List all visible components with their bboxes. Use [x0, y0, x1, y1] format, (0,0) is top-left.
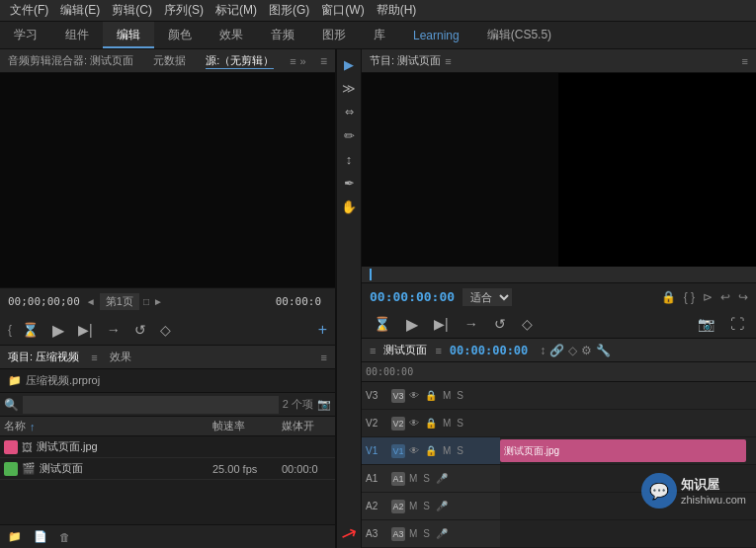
source-loop[interactable]: ↺	[130, 320, 150, 340]
prog-loop[interactable]: ↺	[490, 314, 510, 334]
new-bin-btn[interactable]: 📁	[4, 528, 26, 545]
a1-mic[interactable]: 🎤	[434, 472, 450, 485]
track-select-tool[interactable]: ≫	[338, 77, 360, 99]
v2-m[interactable]: M	[441, 417, 453, 430]
video-clip[interactable]: 测试页面.jpg	[500, 439, 746, 462]
watermark-text: 知识屋 zhishiwu.com	[681, 476, 746, 506]
source-add-btn[interactable]: +	[318, 321, 327, 339]
source-mark-out[interactable]: →	[103, 320, 125, 340]
prog-step-fwd[interactable]: ▶|	[430, 314, 453, 334]
list-item[interactable]: 🎬 测试页面 25.00 fps 00:00:0	[0, 458, 335, 480]
effects-tab-label[interactable]: 效果	[110, 350, 131, 364]
delete-btn[interactable]: 🗑	[55, 529, 74, 545]
a2-s[interactable]: S	[421, 500, 432, 512]
track-v1-content[interactable]: 测试页面.jpg	[500, 437, 756, 465]
menu-help[interactable]: 帮助(H)	[371, 0, 423, 21]
source-prev-icon[interactable]: ◄	[86, 296, 96, 307]
timeline-tools: ↕ 🔗 ◇ ⚙ 🔧	[540, 344, 611, 357]
source-tab-metadata[interactable]: 元数据	[153, 53, 186, 68]
source-panel-menu[interactable]: ≡	[320, 54, 327, 68]
prog-play[interactable]: ▶	[402, 313, 422, 336]
v2-lock[interactable]: 🔒	[423, 417, 439, 430]
menu-clip[interactable]: 剪辑(C)	[106, 0, 158, 21]
track-header-a3: A3 A3 M S 🎤	[362, 520, 500, 548]
prog-fullscreen[interactable]: ⛶	[726, 314, 748, 334]
tab-graphics[interactable]: 图形	[308, 22, 360, 48]
source-play-btn[interactable]: ▶	[48, 319, 68, 342]
menu-sequence[interactable]: 序列(S)	[158, 0, 210, 21]
tl-link[interactable]: 🔗	[549, 344, 564, 357]
track-v2-content	[500, 410, 756, 437]
type-tool[interactable]: ↗	[338, 522, 360, 544]
a1-s[interactable]: S	[421, 472, 432, 485]
tab-audio[interactable]: 音频	[257, 22, 308, 48]
prog-mark-in[interactable]: →	[461, 314, 482, 334]
v3-sync[interactable]: V3	[391, 389, 405, 403]
new-item-btn[interactable]: 📄	[30, 528, 51, 545]
prog-step-back[interactable]: ⌛	[370, 314, 394, 334]
v2-eye[interactable]: 👁	[407, 417, 421, 430]
selection-tool[interactable]: ▶	[338, 53, 360, 75]
slip-tool[interactable]: ↕	[338, 148, 360, 170]
ripple-edit-tool[interactable]: ⇔	[338, 101, 360, 122]
tab-edit-cs55[interactable]: 编辑(CS5.5)	[473, 22, 565, 48]
v3-s[interactable]: S	[455, 389, 465, 402]
watermark-line1: 知识屋	[681, 476, 746, 494]
v2-sync[interactable]: V2	[391, 417, 405, 431]
fit-dropdown[interactable]: 适合	[462, 288, 512, 306]
menu-file[interactable]: 文件(F)	[4, 0, 54, 21]
a3-m[interactable]: M	[407, 527, 419, 540]
source-step-fwd[interactable]: ▶|	[74, 320, 97, 340]
v1-sync[interactable]: V1	[391, 444, 405, 458]
a1-sync[interactable]: A1	[391, 472, 405, 486]
v3-label: V3	[366, 390, 389, 401]
source-mark-in[interactable]: ⌛	[18, 320, 42, 340]
a2-m[interactable]: M	[407, 500, 419, 512]
v2-s[interactable]: S	[455, 417, 465, 430]
razor-tool[interactable]: ✏	[338, 124, 360, 146]
prog-marker[interactable]: ◇	[518, 314, 537, 334]
source-tab-source[interactable]: 源:（无剪辑）	[206, 53, 274, 69]
pen-tool[interactable]: ✒	[338, 172, 360, 194]
tab-color[interactable]: 颜色	[154, 22, 206, 48]
a2-mic[interactable]: 🎤	[434, 500, 450, 512]
search-input[interactable]	[23, 396, 279, 414]
file-name-0: 测试页面.jpg	[37, 439, 212, 454]
tab-library[interactable]: 库	[360, 22, 399, 48]
timeline-timecode: 00:00:00:00	[450, 344, 528, 357]
hand-tool[interactable]: ✋	[338, 196, 360, 217]
tab-learning[interactable]: 学习	[0, 22, 51, 48]
v1-m[interactable]: M	[441, 444, 453, 457]
menu-graphics[interactable]: 图形(G)	[263, 0, 315, 21]
source-tab-audiomixer[interactable]: 音频剪辑混合器: 测试页面	[8, 53, 133, 68]
tl-settings[interactable]: ⚙	[581, 344, 592, 357]
source-next-icon[interactable]: ►	[153, 296, 163, 307]
a1-m[interactable]: M	[407, 472, 419, 485]
menu-edit[interactable]: 编辑(E)	[54, 0, 106, 21]
tab-effects[interactable]: 效果	[206, 22, 257, 48]
menu-marker[interactable]: 标记(M)	[210, 0, 263, 21]
v1-lock[interactable]: 🔒	[423, 444, 439, 457]
v3-lock[interactable]: 🔒	[423, 389, 439, 402]
v1-eye[interactable]: 👁	[407, 444, 421, 457]
v1-s[interactable]: S	[455, 444, 465, 457]
a2-sync[interactable]: A2	[391, 500, 405, 513]
tab-assembly[interactable]: 组件	[51, 22, 103, 48]
prog-camera[interactable]: 📷	[694, 314, 718, 334]
tab-learning-en[interactable]: Learning	[399, 22, 473, 48]
tl-snap[interactable]: ↕	[540, 344, 546, 357]
list-item[interactable]: 🖼 测试页面.jpg	[0, 436, 335, 458]
v3-m[interactable]: M	[441, 389, 453, 402]
a3-s[interactable]: S	[421, 527, 432, 540]
menu-window[interactable]: 窗口(W)	[315, 0, 370, 21]
tl-marker[interactable]: ◇	[568, 344, 577, 357]
tl-wrench[interactable]: 🔧	[596, 344, 611, 357]
track-header-a2: A2 A2 M S 🎤	[362, 493, 500, 520]
program-video-area	[362, 73, 558, 267]
v3-eye[interactable]: 👁	[407, 389, 421, 402]
a3-sync[interactable]: A3	[391, 527, 405, 541]
tab-edit[interactable]: 编辑	[103, 22, 154, 48]
source-video-display	[0, 73, 335, 287]
a3-mic[interactable]: 🎤	[434, 527, 450, 540]
source-add-marker[interactable]: ◇	[156, 320, 175, 340]
